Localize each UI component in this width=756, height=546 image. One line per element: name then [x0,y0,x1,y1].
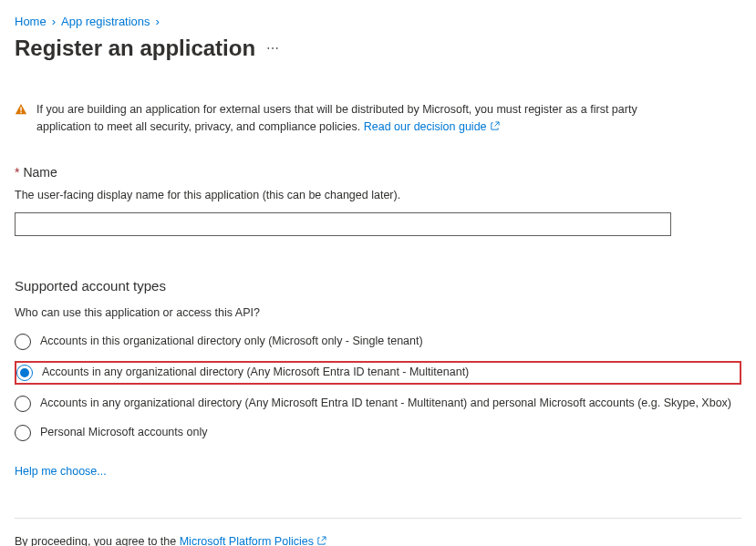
required-indicator: * [15,165,19,180]
account-types-subtext: Who can use this application or access t… [15,306,741,319]
radio-label: Accounts in any organizational directory… [40,396,731,412]
breadcrumb-home[interactable]: Home [15,15,47,28]
account-type-option[interactable]: Accounts in any organizational directory… [15,394,741,414]
name-input[interactable] [15,212,671,236]
radio-label: Accounts in this organizational director… [40,334,423,350]
radio-icon [15,425,31,441]
proceed-text: By proceeding, you agree to the Microsof… [15,535,741,547]
name-label: *Name [15,165,741,180]
svg-rect-1 [20,112,21,113]
breadcrumb: Home › App registrations › [15,15,741,28]
platform-policies-link[interactable]: Microsoft Platform Policies [180,535,326,547]
name-help-text: The user-facing display name for this ap… [15,189,741,201]
chevron-right-icon: › [156,15,160,28]
warning-text: If you are building an application for e… [36,101,687,136]
radio-icon [16,365,33,381]
account-type-option[interactable]: Personal Microsoft accounts only [15,423,741,443]
radio-label: Accounts in any organizational directory… [42,365,469,381]
chevron-right-icon: › [52,15,56,28]
breadcrumb-app-registrations[interactable]: App registrations [61,15,150,28]
help-me-choose-link[interactable]: Help me choose... [15,465,107,478]
page-title: Register an application [15,36,255,61]
account-type-option[interactable]: Accounts in any organizational directory… [15,361,741,385]
radio-label: Personal Microsoft accounts only [40,425,207,441]
account-types-radio-group: Accounts in this organizational director… [15,332,741,443]
svg-rect-0 [20,107,21,110]
account-type-option[interactable]: Accounts in this organizational director… [15,332,741,352]
decision-guide-link[interactable]: Read our decision guide [364,120,500,133]
warning-banner: If you are building an application for e… [15,101,741,136]
external-link-icon [490,121,500,131]
account-types-heading: Supported account types [15,278,741,294]
more-actions-icon[interactable]: ⋯ [266,41,279,56]
divider [15,518,741,519]
radio-icon [15,334,31,350]
radio-icon [15,396,31,412]
external-link-icon [316,536,326,546]
warning-icon [15,103,27,116]
